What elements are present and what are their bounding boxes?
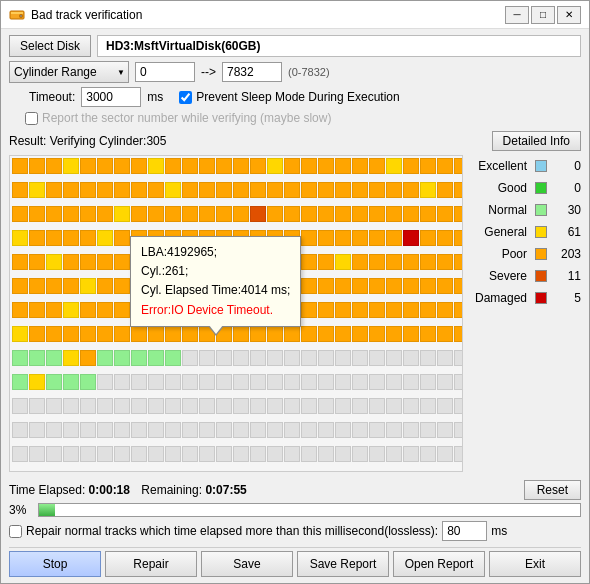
result-text: Result: Verifying Cylinder:305 — [9, 134, 166, 148]
grid-cell — [199, 182, 215, 198]
bottom-buttons: Stop Repair Save Save Report Open Report… — [9, 551, 581, 577]
timeout-input[interactable] — [81, 87, 141, 107]
grid-cell — [114, 254, 130, 270]
report-sector-checkbox[interactable] — [25, 112, 38, 125]
legend-count: 0 — [551, 159, 581, 173]
range-type-select[interactable]: Cylinder Range — [9, 61, 129, 83]
range-to-input[interactable] — [222, 62, 282, 82]
grid-cell — [352, 278, 368, 294]
grid-cell — [386, 278, 402, 294]
report-sector-row: Report the sector number while verifying… — [9, 111, 581, 125]
grid-cell — [114, 230, 130, 246]
repair-button[interactable]: Repair — [105, 551, 197, 577]
grid-cell — [369, 182, 385, 198]
open-report-button[interactable]: Open Report — [393, 551, 485, 577]
repair-label: Repair normal tracks which time elapsed … — [26, 524, 438, 538]
range-from-input[interactable] — [135, 62, 195, 82]
grid-cell — [250, 350, 266, 366]
grid-cell — [12, 350, 28, 366]
grid-cell — [386, 302, 402, 318]
grid-cell — [454, 206, 463, 222]
grid-cell — [233, 326, 249, 342]
grid-cell — [318, 302, 334, 318]
grid-cell — [301, 446, 317, 462]
grid-cell — [80, 350, 96, 366]
grid-cell — [216, 350, 232, 366]
grid-cell — [29, 206, 45, 222]
legend-count: 11 — [551, 269, 581, 283]
grid-cell — [97, 374, 113, 390]
detailed-info-button[interactable]: Detailed Info — [492, 131, 581, 151]
grid-cell — [131, 326, 147, 342]
grid-cell — [386, 158, 402, 174]
prevent-sleep-checkbox[interactable] — [179, 91, 192, 104]
grid-cell — [63, 446, 79, 462]
grid-cell — [46, 398, 62, 414]
grid-cell — [165, 350, 181, 366]
save-button[interactable]: Save — [201, 551, 293, 577]
grid-cell — [80, 302, 96, 318]
repair-ms-input[interactable] — [442, 521, 487, 541]
grid-cell — [403, 422, 419, 438]
grid-cell — [80, 326, 96, 342]
grid-cell — [233, 158, 249, 174]
grid-cell — [267, 182, 283, 198]
grid-cell — [352, 350, 368, 366]
reset-button[interactable]: Reset — [524, 480, 581, 500]
stop-button[interactable]: Stop — [9, 551, 101, 577]
grid-cell — [29, 422, 45, 438]
grid-cell — [148, 326, 164, 342]
content-area: Select Disk HD3:MsftVirtualDisk(60GB) Cy… — [1, 29, 589, 583]
legend-item: Severe 11 — [471, 269, 581, 283]
grid-cell — [369, 302, 385, 318]
minimize-button[interactable]: ─ — [505, 6, 529, 24]
grid-cell — [250, 326, 266, 342]
grid-cell — [29, 182, 45, 198]
grid-cell — [386, 206, 402, 222]
grid-cell — [131, 206, 147, 222]
grid-cell — [437, 350, 453, 366]
grid-cell — [267, 374, 283, 390]
grid-cell — [267, 350, 283, 366]
grid-cell — [318, 422, 334, 438]
grid-cell — [250, 446, 266, 462]
grid-cell — [12, 206, 28, 222]
grid-cell — [29, 254, 45, 270]
legend-color-swatch — [535, 292, 547, 304]
grid-cell — [199, 398, 215, 414]
grid-cell — [29, 302, 45, 318]
grid-cell — [301, 302, 317, 318]
grid-cell — [233, 422, 249, 438]
close-button[interactable]: ✕ — [557, 6, 581, 24]
select-disk-button[interactable]: Select Disk — [9, 35, 91, 57]
grid-cell — [114, 302, 130, 318]
timeout-unit: ms — [147, 90, 163, 104]
grid-cell — [46, 206, 62, 222]
grid-cell — [29, 278, 45, 294]
exit-button[interactable]: Exit — [489, 551, 581, 577]
grid-cell — [46, 374, 62, 390]
grid-cell — [403, 230, 419, 246]
grid-cell — [29, 230, 45, 246]
legend-count: 5 — [551, 291, 581, 305]
grid-cell — [437, 422, 453, 438]
range-type-wrapper: Cylinder Range — [9, 61, 129, 83]
legend-color-swatch — [535, 160, 547, 172]
legend-item: General 61 — [471, 225, 581, 239]
grid-cell — [335, 326, 351, 342]
grid-cell — [267, 446, 283, 462]
grid-cell — [420, 350, 436, 366]
grid-cell — [165, 206, 181, 222]
repair-checkbox[interactable] — [9, 525, 22, 538]
grid-cell — [233, 446, 249, 462]
grid-cell — [233, 350, 249, 366]
grid-cell — [335, 254, 351, 270]
legend-color-swatch — [535, 270, 547, 282]
grid-cell — [97, 278, 113, 294]
maximize-button[interactable]: □ — [531, 6, 555, 24]
save-report-button[interactable]: Save Report — [297, 551, 389, 577]
grid-cell — [97, 350, 113, 366]
legend-count: 0 — [551, 181, 581, 195]
grid-cell — [318, 278, 334, 294]
grid-cell — [182, 350, 198, 366]
